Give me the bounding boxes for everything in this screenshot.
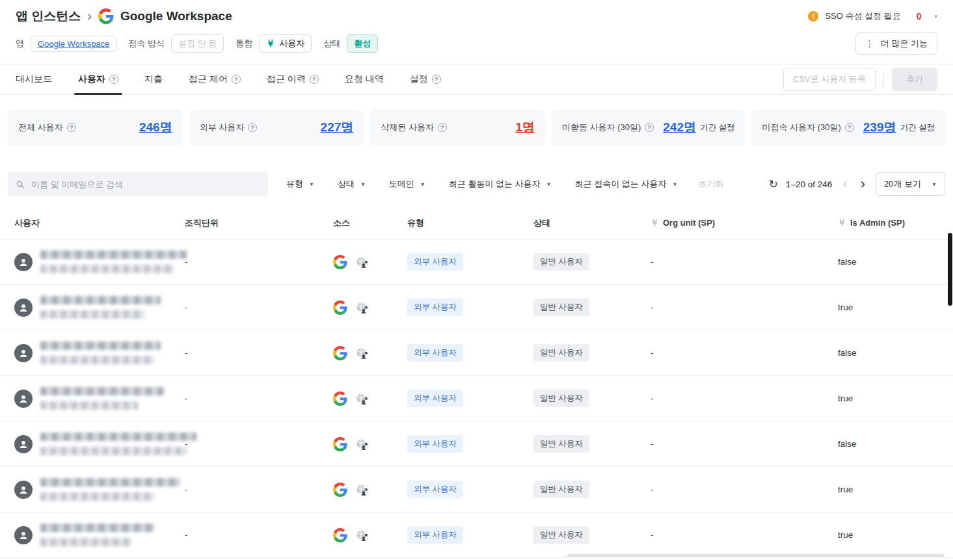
- source-cell: [327, 300, 401, 315]
- table-body: -외부 사용자일반 사용자-false-외부 사용자일반 사용자-true-외부…: [0, 239, 953, 558]
- redacted-user-name: [40, 433, 196, 455]
- source-cell: [327, 437, 401, 451]
- google-source-icon: [333, 300, 347, 315]
- page-title: Google Workspace: [120, 9, 232, 23]
- chevron-down-icon[interactable]: ▾: [934, 13, 937, 20]
- table-row-2[interactable]: -외부 사용자일반 사용자-true: [0, 285, 953, 330]
- tab-4[interactable]: 접근 제어?: [189, 64, 241, 94]
- filter-dropdown-3[interactable]: 도메인▼: [389, 178, 425, 190]
- person-icon: [17, 301, 30, 314]
- google-source-icon: [333, 483, 347, 497]
- horizontal-scrollbar[interactable]: [567, 554, 945, 557]
- org-unit-sp-cell: -: [644, 348, 831, 358]
- status-cell: 일반 사용자: [527, 435, 644, 453]
- tab-7[interactable]: 설정?: [410, 64, 441, 94]
- breadcrumb-parent[interactable]: 앱 인스턴스: [16, 8, 81, 25]
- column-header-label: 사용자: [14, 217, 40, 229]
- reset-filters-button[interactable]: 초기화: [698, 178, 723, 190]
- stat-value[interactable]: 246명: [139, 119, 172, 136]
- period-setting-button[interactable]: 기간 설정: [900, 122, 935, 133]
- column-header-label: 유형: [407, 217, 424, 229]
- tab-3[interactable]: 지출: [144, 64, 163, 94]
- avatar: [14, 435, 33, 453]
- chevron-down-icon: ▼: [360, 181, 366, 187]
- pagination: ↻ 1–20 of 246 ‹ › 20개 보기 ▼: [769, 172, 945, 196]
- type-badge: 외부 사용자: [407, 435, 463, 453]
- app-chip[interactable]: Google Workspace: [31, 36, 116, 52]
- search-input[interactable]: [31, 180, 260, 189]
- tab-2[interactable]: 사용자?: [78, 64, 118, 94]
- filter-dropdown-5[interactable]: 최근 접속이 없는 사용자▼: [575, 178, 678, 190]
- table-row-5[interactable]: -외부 사용자일반 사용자-false: [0, 421, 953, 467]
- next-page-button[interactable]: ›: [858, 177, 868, 191]
- user-cell: [8, 341, 178, 364]
- source-cell: [327, 255, 401, 269]
- redacted-name-line: [40, 433, 196, 441]
- sso-alert[interactable]: ! SSO 속성 설정 필요 0 ▾: [808, 10, 937, 22]
- type-badge: 외부 사용자: [407, 299, 463, 316]
- status-badge: 일반 사용자: [533, 435, 589, 453]
- stat-value[interactable]: 242명: [663, 119, 696, 136]
- prev-page-button[interactable]: ‹: [840, 177, 850, 191]
- stat-label: 미접속 사용자 (30일): [762, 122, 840, 133]
- filter-dropdown-label: 도메인: [389, 178, 414, 190]
- table-row-7[interactable]: -외부 사용자일반 사용자-true: [0, 513, 953, 558]
- type-cell: 외부 사용자: [401, 344, 527, 362]
- help-icon: ?: [432, 75, 441, 84]
- stat-label: 전체 사용자: [18, 122, 63, 133]
- table-row-6[interactable]: -외부 사용자일반 사용자-true: [0, 467, 953, 513]
- tab-6[interactable]: 요청 내역: [345, 64, 384, 94]
- tab-5[interactable]: 접근 이력?: [267, 64, 319, 94]
- search-icon: [16, 180, 25, 189]
- stat-card-5: 미접속 사용자 (30일)?239명기간 설정: [751, 109, 945, 146]
- add-user-button[interactable]: 추가: [892, 68, 937, 91]
- period-setting-button[interactable]: 기간 설정: [700, 122, 734, 133]
- access-method-label: 접속 방식: [128, 38, 165, 49]
- sync-user-icon: [354, 392, 368, 406]
- filter-bar: 유형▼상태▼도메인▼최근 활동이 없는 사용자▼최근 접속이 없는 사용자▼ 초…: [0, 146, 953, 196]
- type-cell: 외부 사용자: [401, 526, 527, 544]
- type-badge: 외부 사용자: [407, 481, 463, 498]
- google-source-icon: [333, 437, 347, 451]
- stat-label: 삭제된 사용자: [381, 122, 434, 133]
- redacted-name-line: [40, 250, 187, 259]
- stat-value[interactable]: 1명: [515, 119, 535, 136]
- status-cell: 일반 사용자: [527, 253, 644, 271]
- user-cell: [8, 478, 178, 501]
- status-cell: 일반 사용자: [527, 390, 644, 407]
- refresh-icon[interactable]: ↻: [769, 178, 778, 191]
- filter-dropdown-2[interactable]: 상태▼: [338, 178, 366, 190]
- user-cell: [8, 250, 178, 273]
- help-icon: ?: [248, 123, 257, 132]
- tab-1[interactable]: 대시보드: [16, 64, 52, 94]
- stat-value[interactable]: 239명: [863, 119, 896, 136]
- redacted-user-name: [40, 250, 187, 273]
- source-cell: [327, 346, 401, 360]
- vertical-scrollbar[interactable]: [948, 233, 952, 306]
- table-row-3[interactable]: -외부 사용자일반 사용자-false: [0, 330, 953, 376]
- integration-chip-label: 사용자: [279, 38, 304, 49]
- org-unit-sp-cell: -: [644, 302, 831, 312]
- sync-user-icon: [354, 437, 368, 451]
- integration-chip[interactable]: 사용자: [259, 34, 312, 53]
- csv-register-button[interactable]: CSV로 사용자 등록: [783, 68, 876, 91]
- table-row-4[interactable]: -외부 사용자일반 사용자-true: [0, 376, 953, 421]
- redacted-user-name: [40, 387, 164, 410]
- stat-value[interactable]: 227명: [321, 119, 354, 136]
- filter-dropdown-1[interactable]: 유형▼: [286, 178, 314, 190]
- status-label: 상태: [323, 38, 340, 49]
- column-header-7: Is Admin (SP): [831, 218, 945, 228]
- org-unit-cell: -: [178, 348, 327, 358]
- status-badge: 일반 사용자: [533, 481, 589, 498]
- more-features-button[interactable]: ⋮ 더 많은 기능: [855, 33, 937, 55]
- filter-dropdown-4[interactable]: 최근 활동이 없는 사용자▼: [449, 178, 552, 190]
- search-box[interactable]: [8, 172, 268, 196]
- table-row-1[interactable]: -외부 사용자일반 사용자-false: [0, 239, 953, 285]
- redacted-email-line: [40, 265, 174, 273]
- page-size-select[interactable]: 20개 보기 ▼: [876, 172, 945, 196]
- org-unit-cell: -: [178, 485, 327, 494]
- tab-bar: 대시보드사용자?지출접근 제어?접근 이력?요청 내역설정? CSV로 사용자 …: [0, 64, 953, 95]
- status-badge: 일반 사용자: [533, 253, 589, 271]
- access-method-chip[interactable]: 설정 안 됨: [171, 34, 224, 53]
- redacted-user-name: [40, 296, 161, 319]
